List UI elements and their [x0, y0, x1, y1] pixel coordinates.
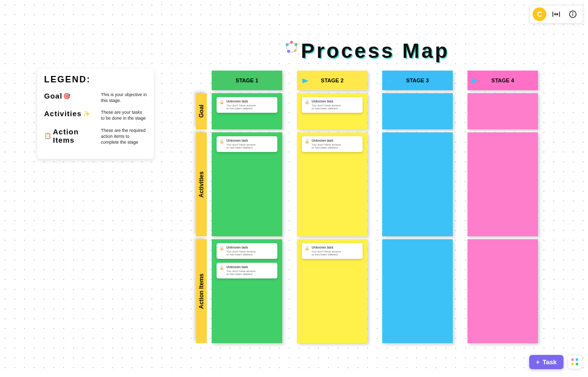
stage-2-goal-cell[interactable]: Unknown task You don't have access or ha… — [297, 93, 368, 129]
svg-point-2 — [573, 13, 573, 13]
legend-row-goal: Goal🎯 This is your objective in this sta… — [44, 92, 147, 103]
stage-2-column: STAGE 2 Unknown task You don't have acce… — [297, 71, 368, 343]
process-icon — [284, 40, 299, 58]
svg-rect-11 — [576, 363, 578, 365]
stage-3-column: STAGE 3 — [382, 71, 453, 343]
process-board: Goal Activities Action Items STAGE 1 Unk… — [196, 71, 538, 343]
card-title: Unknown task — [312, 100, 360, 103]
legend-term-action-items: 📋Action Items — [44, 127, 98, 144]
fit-width-icon — [552, 10, 561, 19]
card-unknown-task[interactable]: Unknown task You don't have access or ha… — [217, 97, 277, 113]
stage-4-activities-cell[interactable] — [467, 132, 538, 236]
avatar[interactable]: C — [533, 7, 546, 21]
stage-2-activities-cell[interactable]: Unknown task You don't have access or ha… — [297, 132, 368, 236]
card-unknown-task[interactable]: Unknown task You don't have access or ha… — [302, 243, 363, 259]
legend-row-activities: Activities✨ These are your tasks to be d… — [44, 109, 147, 121]
stage-1-goal-cell[interactable]: Unknown task You don't have access or ha… — [212, 93, 282, 129]
clipboard-icon: 📋 — [44, 132, 52, 139]
info-button[interactable] — [566, 7, 580, 21]
stage-4-goal-cell[interactable] — [467, 93, 538, 129]
legend-term-activities: Activities✨ — [44, 109, 98, 118]
card-unknown-task[interactable]: Unknown task You don't have access or ha… — [217, 136, 277, 152]
legend-title: LEGEND: — [44, 75, 147, 85]
card-title: Unknown task — [312, 246, 360, 249]
task-button[interactable]: + Task — [529, 355, 564, 369]
sparkle-icon: ✨ — [83, 110, 91, 117]
card-unknown-task[interactable]: Unknown task You don't have access or ha… — [302, 97, 363, 113]
arrow-stage3-to-stage4 — [445, 77, 479, 84]
svg-rect-10 — [571, 363, 574, 365]
stage-1-column: STAGE 1 Unknown task You don't have acce… — [212, 71, 282, 343]
row-label-activities: Activities — [196, 132, 207, 236]
fit-width-button[interactable] — [549, 7, 563, 21]
card-line: or has been deleted — [226, 273, 274, 276]
task-button-label: Task — [542, 358, 557, 366]
card-title: Unknown task — [226, 246, 274, 249]
card-unknown-task[interactable]: Unknown task You don't have access or ha… — [217, 263, 277, 278]
stage-3-activities-cell[interactable] — [382, 132, 453, 236]
row-labels: Goal Activities Action Items — [196, 93, 207, 343]
svg-rect-9 — [576, 358, 578, 361]
stage-3-action-items-cell[interactable] — [382, 239, 453, 343]
legend-term-goal: Goal🎯 — [44, 92, 98, 100]
apps-icon — [571, 358, 579, 366]
stage-2-action-items-cell[interactable]: Unknown task You don't have access or ha… — [297, 239, 368, 343]
legend-desc-action-items: These are the required action items to c… — [101, 127, 147, 145]
card-line: or has been deleted — [312, 146, 360, 149]
card-title: Unknown task — [226, 100, 274, 103]
info-icon — [568, 10, 577, 19]
legend-desc-goal: This is your objective in this stage. — [101, 92, 147, 103]
arrow-stage2-to-stage3 — [360, 77, 394, 84]
plus-icon: + — [536, 358, 540, 366]
stage-3-goal-cell[interactable] — [382, 93, 453, 129]
stage-1-header[interactable]: STAGE 1 — [212, 71, 282, 90]
top-toolbar: C — [529, 5, 583, 24]
card-title: Unknown task — [226, 139, 274, 142]
card-line: or has been deleted — [226, 253, 274, 256]
stage-4-column: STAGE 4 — [467, 71, 538, 343]
stage-1-activities-cell[interactable]: Unknown task You don't have access or ha… — [212, 132, 282, 236]
stage-4-action-items-cell[interactable] — [467, 239, 538, 343]
card-line: or has been deleted — [226, 146, 274, 149]
card-unknown-task[interactable]: Unknown task You don't have access or ha… — [302, 136, 363, 152]
stage-1-action-items-cell[interactable]: Unknown task You don't have access or ha… — [212, 239, 282, 343]
svg-rect-8 — [571, 358, 574, 361]
legend-desc-activities: These are your tasks to be done in the s… — [101, 109, 147, 121]
card-line: or has been deleted — [312, 253, 360, 256]
page-title: Process Map — [301, 39, 449, 63]
card-title: Unknown task — [312, 139, 360, 142]
svg-point-4 — [290, 41, 293, 44]
row-label-action-items: Action Items — [196, 239, 207, 343]
target-icon: 🎯 — [63, 93, 71, 100]
legend-row-action-items: 📋Action Items These are the required act… — [44, 127, 147, 145]
card-line: or has been deleted — [312, 107, 360, 110]
page-title-wrap: Process Map — [284, 39, 449, 63]
legend-card: LEGEND: Goal🎯 This is your objective in … — [37, 69, 154, 159]
arrow-stage1-to-stage2 — [275, 77, 310, 84]
card-unknown-task[interactable]: Unknown task You don't have access or ha… — [217, 243, 277, 259]
stages: STAGE 1 Unknown task You don't have acce… — [212, 71, 538, 343]
apps-button[interactable] — [567, 354, 582, 369]
row-label-goal: Goal — [196, 93, 207, 129]
card-title: Unknown task — [226, 265, 274, 269]
card-line: or has been deleted — [226, 107, 274, 110]
